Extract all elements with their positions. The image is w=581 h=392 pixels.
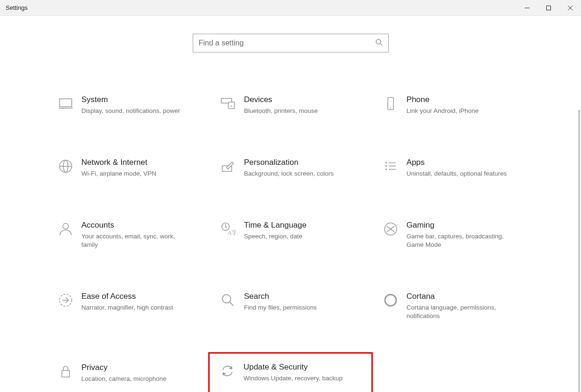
cortana-icon <box>377 291 404 308</box>
tile-time-language[interactable]: A字 Time & Language Speech, region, date <box>214 215 367 254</box>
tile-title: Update & Security <box>243 362 342 372</box>
tile-desc: Link your Android, iPhone <box>407 107 479 115</box>
svg-point-12 <box>390 108 391 109</box>
tile-desc: Display, sound, notifications, power <box>82 107 181 115</box>
tile-title: Search <box>244 291 317 302</box>
lock-icon <box>53 362 79 379</box>
window-title: Settings <box>6 4 28 11</box>
svg-point-23 <box>63 223 68 229</box>
maximize-button[interactable] <box>538 0 559 15</box>
close-button[interactable] <box>559 0 581 15</box>
gaming-icon <box>377 220 404 237</box>
tile-desc: Location, camera, microphone <box>82 375 167 383</box>
window-controls <box>516 0 581 15</box>
tile-search[interactable]: Search Find my files, permissions <box>214 287 367 325</box>
tile-update-security[interactable]: Update & Security Windows Update, recove… <box>208 352 373 392</box>
scrollbar[interactable] <box>578 110 580 392</box>
svg-point-10 <box>231 106 232 107</box>
svg-line-30 <box>230 302 234 306</box>
svg-rect-1 <box>547 6 551 10</box>
settings-grid: System Display, sound, notifications, po… <box>52 90 530 388</box>
main-content: System Display, sound, notifications, po… <box>0 16 581 388</box>
tile-apps[interactable]: Apps Uninstall, defaults, optional featu… <box>377 153 530 183</box>
title-bar: Settings <box>0 0 581 16</box>
tile-desc: Cortana language, permissions, notificat… <box>407 303 512 320</box>
tile-desc: Windows Update, recovery, backup <box>243 374 342 383</box>
svg-point-31 <box>385 295 396 306</box>
tile-cortana[interactable]: Cortana Cortana language, permissions, n… <box>377 287 530 325</box>
search-input[interactable] <box>199 39 375 47</box>
search-icon <box>375 38 383 48</box>
tile-network[interactable]: Network & Internet Wi-Fi, airplane mode,… <box>52 153 205 183</box>
tile-desc: Your accounts, email, sync, work, family <box>82 232 187 249</box>
svg-rect-19 <box>385 169 387 170</box>
svg-rect-9 <box>228 102 234 109</box>
tile-ease-of-access[interactable]: Ease of Access Narrator, magnifier, high… <box>52 287 205 325</box>
tile-title: Devices <box>244 95 318 105</box>
tile-title: Gaming <box>407 220 512 230</box>
svg-point-29 <box>222 295 231 303</box>
search-box[interactable] <box>193 34 389 52</box>
magnifier-icon <box>215 291 241 308</box>
svg-rect-18 <box>385 165 387 167</box>
tile-desc: Wi-Fi, airplane mode, VPN <box>82 170 157 178</box>
devices-icon <box>215 95 241 111</box>
tile-title: Phone <box>407 95 479 105</box>
svg-rect-17 <box>385 162 387 163</box>
tile-title: Apps <box>407 157 507 168</box>
tile-gaming[interactable]: Gaming Game bar, captures, broadcasting,… <box>377 215 530 254</box>
tile-system[interactable]: System Display, sound, notifications, po… <box>52 90 205 120</box>
svg-rect-32 <box>62 370 69 377</box>
tile-personalization[interactable]: Personalization Background, lock screen,… <box>214 153 367 183</box>
tile-title: System <box>82 95 181 105</box>
ease-icon <box>53 291 79 308</box>
tile-desc: Bluetooth, printers, mouse <box>244 107 318 115</box>
person-icon <box>53 220 79 237</box>
apps-icon <box>377 157 404 174</box>
minimize-button[interactable] <box>516 0 538 15</box>
svg-point-4 <box>376 39 381 44</box>
svg-line-5 <box>380 44 382 45</box>
tile-devices[interactable]: Devices Bluetooth, printers, mouse <box>214 90 367 120</box>
tile-phone[interactable]: Phone Link your Android, iPhone <box>377 90 530 120</box>
tile-desc: Background, lock screen, colors <box>244 170 333 178</box>
update-icon <box>214 362 241 379</box>
globe-icon <box>53 157 79 174</box>
tile-desc: Find my files, permissions <box>244 303 317 312</box>
tile-title: Network & Internet <box>82 157 157 168</box>
tile-desc: Narrator, magnifier, high contrast <box>82 303 174 312</box>
tile-title: Privacy <box>82 362 167 373</box>
tile-desc: Uninstall, defaults, optional features <box>407 170 507 178</box>
svg-text:A字: A字 <box>227 229 236 236</box>
tile-desc: Speech, region, date <box>244 232 307 241</box>
tile-title: Cortana <box>407 291 512 302</box>
svg-rect-6 <box>60 99 72 107</box>
tile-title: Ease of Access <box>82 291 174 302</box>
phone-icon <box>377 95 404 111</box>
tile-title: Time & Language <box>244 220 307 230</box>
system-icon <box>53 95 79 111</box>
tile-desc: Game bar, captures, broadcasting, Game M… <box>407 232 512 249</box>
paintbrush-icon <box>215 157 241 174</box>
tile-privacy[interactable]: Privacy Location, camera, microphone <box>52 358 205 388</box>
tile-accounts[interactable]: Accounts Your accounts, email, sync, wor… <box>52 215 205 254</box>
tile-title: Personalization <box>244 157 333 168</box>
time-language-icon: A字 <box>215 220 241 237</box>
tile-title: Accounts <box>82 220 187 230</box>
